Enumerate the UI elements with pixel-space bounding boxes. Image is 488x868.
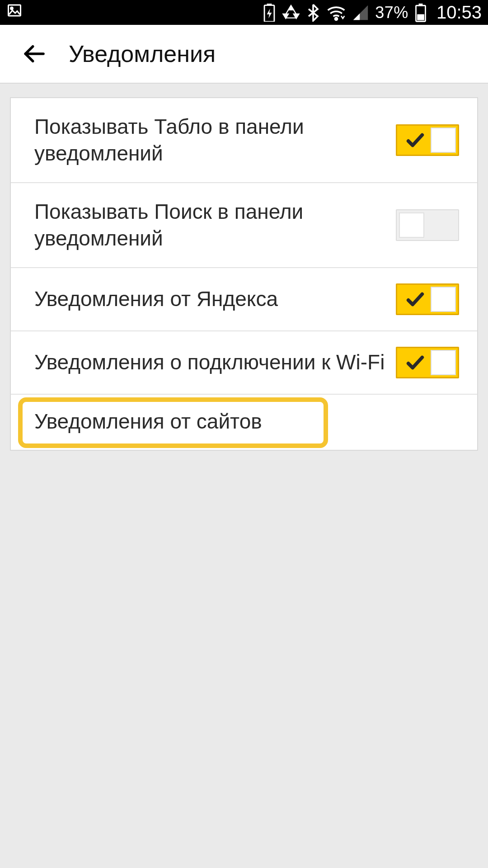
setting-label: Уведомления от сайтов <box>34 409 459 434</box>
setting-row-wifi[interactable]: Уведомления о подключении к Wi-Fi <box>11 331 477 395</box>
toggle-yandex[interactable] <box>396 283 459 315</box>
app-header: Уведомления <box>0 25 488 84</box>
battery-charging-icon <box>263 4 276 22</box>
setting-label: Уведомления от Яндекса <box>34 286 396 312</box>
svg-rect-3 <box>267 4 272 6</box>
check-icon <box>405 352 426 373</box>
setting-label: Показывать Поиск в панели уведомлений <box>34 198 396 252</box>
back-button[interactable] <box>18 38 50 70</box>
page-title: Уведомления <box>69 40 216 67</box>
svg-rect-7 <box>417 14 424 20</box>
svg-rect-6 <box>419 3 423 5</box>
check-icon <box>405 130 426 151</box>
toggle-tablo[interactable] <box>396 124 459 156</box>
setting-row-yandex[interactable]: Уведомления от Яндекса <box>11 268 477 331</box>
svg-rect-0 <box>9 5 21 16</box>
toggle-search[interactable] <box>396 209 459 241</box>
setting-row-search[interactable]: Показывать Поиск в панели уведомлений <box>11 183 477 268</box>
wifi-icon <box>326 5 346 21</box>
svg-point-4 <box>335 18 338 20</box>
svg-point-1 <box>11 7 13 9</box>
bluetooth-icon <box>306 4 320 22</box>
battery-percentage: 37% <box>375 3 408 22</box>
check-icon <box>405 289 426 310</box>
battery-icon <box>415 3 427 22</box>
setting-row-tablo[interactable]: Показывать Табло в панели уведомлений <box>11 98 477 183</box>
status-bar: 37% 10:53 <box>0 0 488 25</box>
settings-card: Показывать Табло в панели уведомлений По… <box>10 97 478 451</box>
status-clock: 10:53 <box>436 2 482 23</box>
picture-icon <box>6 2 23 23</box>
recycle-icon <box>282 4 300 22</box>
setting-label: Уведомления о подключении к Wi-Fi <box>34 349 396 376</box>
toggle-wifi[interactable] <box>396 347 459 378</box>
cell-signal-icon <box>352 5 369 21</box>
setting-label: Показывать Табло в панели уведомлений <box>34 113 396 167</box>
arrow-left-icon <box>21 41 47 66</box>
setting-row-site-notifications[interactable]: Уведомления от сайтов <box>11 395 477 450</box>
